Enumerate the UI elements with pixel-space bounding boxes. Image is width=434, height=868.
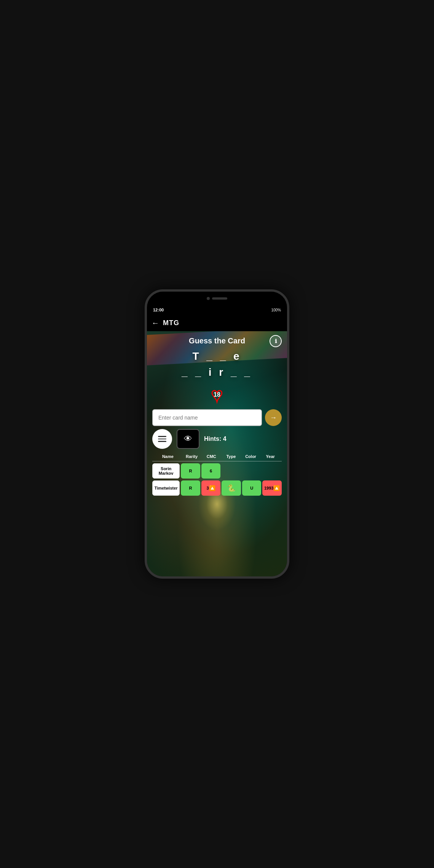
status-icons: 100% [271, 308, 281, 312]
col-header-cmc: CMC [201, 454, 221, 459]
cell-color-2: U [242, 480, 262, 496]
bottom-controls: 👁 Hints: 4 [152, 429, 282, 449]
word-hint-line2: _ _ i r _ _ [152, 364, 282, 380]
cell-rarity-2: R [181, 480, 200, 496]
info-icon: ℹ [275, 338, 277, 344]
app-title: MTG [163, 319, 179, 327]
eye-button[interactable]: 👁 [177, 429, 199, 449]
cell-cmc-1: 6 [201, 463, 221, 479]
table-header: Name Rarity CMC Type Color Year [152, 452, 282, 461]
cell-color-1 [242, 463, 262, 479]
cell-cmc-2: 3🔼 [201, 480, 221, 496]
eye-icon: 👁 [184, 434, 192, 444]
hints-label: Hints: 4 [204, 436, 227, 442]
cell-name-2: Timetwister [152, 480, 180, 496]
status-bar: 12:00 100% [147, 305, 287, 314]
submit-arrow-icon: → [270, 414, 277, 422]
cell-type-2: 🐍 [222, 480, 241, 496]
table-row: Sorin Markov R 6 [152, 463, 282, 479]
card-name-input[interactable] [152, 409, 262, 426]
cell-rarity-1: R [181, 463, 200, 479]
col-header-year: Year [260, 454, 280, 459]
col-header-name: Name [154, 454, 182, 459]
lives-container: 18 [211, 383, 223, 406]
submit-button[interactable]: → [265, 409, 282, 426]
lives-count: 18 [214, 391, 220, 398]
cell-type-1 [222, 463, 241, 479]
app-bar: ← MTG [147, 314, 287, 331]
status-time: 12:00 [153, 308, 164, 312]
cell-year-2: 1993🔼 [262, 480, 282, 496]
input-row: → [152, 409, 282, 426]
hamburger-line-2 [158, 439, 166, 440]
power-button [287, 391, 289, 407]
menu-button[interactable] [152, 429, 172, 449]
scroll-content[interactable]: Guess the Card ℹ T _ _ e _ _ i r _ _ 18 [147, 331, 287, 576]
table-row: Timetwister R 3🔼 🐍 U 1993🔼 [152, 480, 282, 496]
game-section: Guess the Card ℹ T _ _ e _ _ i r _ _ 18 [147, 331, 287, 496]
page-title: Guess the Card [189, 337, 245, 345]
heart-section: 18 [152, 383, 282, 406]
back-button[interactable]: ← [152, 319, 159, 327]
battery-indicator: 100% [271, 308, 281, 312]
page-header: Guess the Card ℹ [152, 337, 282, 345]
col-header-type: Type [221, 454, 241, 459]
info-button[interactable]: ℹ [270, 335, 282, 347]
cell-name-1: Sorin Markov [152, 463, 180, 479]
camera-notch [207, 297, 210, 300]
content-area: Guess the Card ℹ T _ _ e _ _ i r _ _ 18 [147, 331, 287, 576]
table-section: Name Rarity CMC Type Color Year Sorin Ma… [152, 452, 282, 496]
hamburger-line-1 [158, 436, 166, 437]
col-header-rarity: Rarity [182, 454, 202, 459]
word-hint-line1: T _ _ e [152, 348, 282, 364]
speaker-notch [212, 297, 227, 300]
snake-icon: 🐍 [227, 484, 236, 492]
hamburger-line-3 [158, 441, 166, 442]
cell-year-1 [262, 463, 282, 479]
phone-frame: 12:00 100% ← MTG Guess the Card ℹ [145, 289, 289, 579]
word-display: T _ _ e _ _ i r _ _ [152, 348, 282, 380]
col-header-color: Color [241, 454, 261, 459]
year-arrow-icon: 🔼 [273, 485, 280, 491]
cmc-arrow-icon: 🔼 [209, 485, 215, 491]
notch-area [147, 292, 287, 305]
